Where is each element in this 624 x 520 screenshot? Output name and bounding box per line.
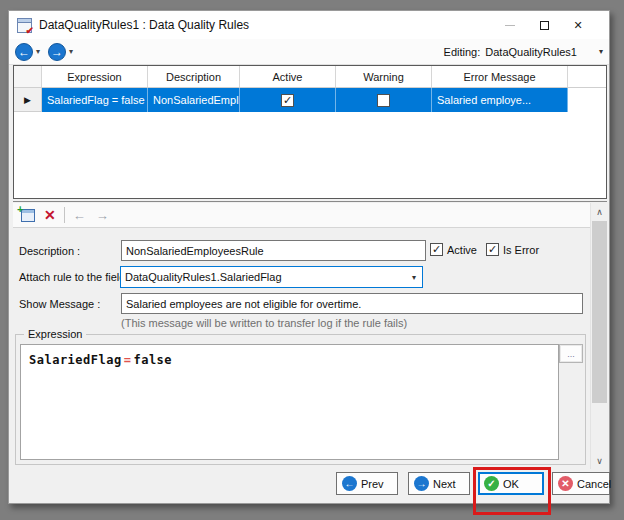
expression-operator: = — [122, 353, 134, 367]
grid-col-active[interactable]: Active — [240, 66, 336, 87]
grid-header-row: Expression Description Active Warning Er… — [14, 66, 606, 88]
expression-rhs: false — [133, 353, 172, 367]
cancel-button[interactable]: ✕ Cancel — [552, 472, 610, 495]
delete-rule-button[interactable]: ✕ — [44, 208, 56, 222]
cell-error-message[interactable]: Salaried employe... — [432, 88, 568, 112]
attach-field-combobox[interactable]: DataQualityRules1.SalariedFlag ▾ — [120, 266, 423, 288]
active-checkbox[interactable]: ✓ — [281, 94, 294, 107]
forward-button[interactable]: → — [48, 43, 66, 61]
ok-button[interactable]: ✓ OK — [478, 472, 544, 495]
close-icon: ✕ — [573, 19, 582, 32]
maximize-icon — [540, 21, 549, 30]
cell-description[interactable]: NonSalariedEmpl... — [148, 88, 240, 112]
cell-active[interactable]: ✓ — [240, 88, 336, 112]
window-controls: ✕ — [493, 11, 595, 39]
active-check-label: Active — [447, 244, 477, 256]
show-message-input[interactable] — [121, 293, 583, 314]
add-rule-button[interactable]: + — [21, 209, 35, 222]
minimize-button[interactable] — [493, 11, 527, 39]
combo-dropdown-caret[interactable]: ▾ — [406, 273, 422, 282]
forward-icon: → — [51, 46, 63, 58]
expression-editor[interactable]: SalariedFlag=false — [20, 344, 559, 460]
prev-icon: ← — [342, 476, 357, 491]
maximize-button[interactable] — [527, 11, 561, 39]
next-button[interactable]: → Next — [408, 472, 470, 495]
is-error-check-label: Is Error — [503, 244, 539, 256]
row-selector-icon[interactable]: ▶ — [14, 88, 42, 112]
editor-toolbar: + ✕ ← → — [13, 203, 590, 228]
cell-warning[interactable] — [336, 88, 432, 112]
active-checkbox-field[interactable]: ✓ Active — [430, 243, 477, 256]
minimize-icon — [505, 25, 515, 26]
forward-dropdown-caret[interactable]: ▾ — [69, 47, 73, 56]
rules-grid: Expression Description Active Warning Er… — [13, 65, 607, 199]
rule-editor-panel: + ✕ ← → Description : ✓ Active ✓ Is Erro… — [13, 201, 607, 469]
grid-col-description[interactable]: Description — [148, 66, 240, 87]
attach-field-value: DataQualityRules1.SalariedFlag — [121, 271, 406, 283]
next-icon: → — [414, 476, 429, 491]
add-rule-icon — [22, 210, 34, 213]
description-label: Description : — [19, 245, 80, 257]
toolbar-separator — [64, 207, 65, 223]
grid-col-expression[interactable]: Expression — [42, 66, 148, 87]
window-icon-check: ✔ — [26, 26, 34, 36]
ok-check-icon: ✓ — [484, 476, 499, 491]
show-message-hint: (This message will be written to transfe… — [121, 317, 407, 329]
grid-col-warning[interactable]: Warning — [336, 66, 432, 87]
cell-expression[interactable]: SalariedFlag = false — [42, 88, 148, 112]
active-check-icon[interactable]: ✓ — [430, 243, 443, 256]
warning-checkbox[interactable] — [377, 94, 390, 107]
show-message-label: Show Message : — [19, 298, 100, 310]
title-bar: ✔ DataQualityRules1 : Data Quality Rules… — [9, 11, 609, 39]
attach-field-label: Attach rule to the field: — [19, 271, 128, 283]
prev-button-label: Prev — [361, 478, 384, 490]
panel-scrollbar[interactable]: ∧ ∨ — [590, 203, 607, 469]
expression-groupbox: Expression SalariedFlag=false ... — [15, 334, 586, 465]
window-title: DataQualityRules1 : Data Quality Rules — [39, 18, 249, 32]
next-rule-button[interactable]: → — [96, 209, 109, 222]
grid-row-selected[interactable]: ▶ SalariedFlag = false NonSalariedEmpl..… — [14, 88, 606, 112]
back-button[interactable]: ← — [15, 43, 33, 61]
next-button-label: Next — [433, 478, 456, 490]
expression-group-label: Expression — [24, 328, 86, 340]
description-input[interactable] — [121, 240, 426, 261]
expression-builder-button[interactable]: ... — [559, 344, 583, 363]
grid-col-error-message[interactable]: Error Message — [432, 66, 568, 87]
back-icon: ← — [18, 46, 30, 58]
desktop-background: ✔ DataQualityRules1 : Data Quality Rules… — [0, 0, 624, 520]
close-button[interactable]: ✕ — [561, 11, 595, 39]
window-icon: ✔ — [17, 18, 32, 33]
is-error-check-icon[interactable]: ✓ — [486, 243, 499, 256]
prev-button[interactable]: ← Prev — [336, 472, 398, 495]
cancel-x-icon: ✕ — [558, 476, 573, 491]
scroll-up-icon[interactable]: ∧ — [591, 203, 608, 220]
ok-button-label: OK — [503, 478, 519, 490]
window-icon-bar — [18, 19, 31, 23]
add-plus-icon: + — [17, 203, 23, 215]
expression-lhs: SalariedFlag — [29, 353, 122, 367]
scroll-down-icon[interactable]: ∨ — [591, 452, 608, 469]
editing-dropdown-caret[interactable]: ▾ — [599, 47, 603, 56]
grid-selector-header — [14, 66, 42, 87]
editing-label: Editing: — [444, 46, 481, 58]
editing-selector[interactable]: Editing: DataQualityRules1 ▾ — [444, 46, 603, 58]
navigation-toolbar: ← ▾ → ▾ Editing: DataQualityRules1 ▾ — [9, 39, 609, 65]
cancel-button-label: Cancel — [577, 478, 611, 490]
data-quality-rules-dialog: ✔ DataQualityRules1 : Data Quality Rules… — [8, 10, 610, 504]
editing-value: DataQualityRules1 — [485, 46, 577, 58]
back-dropdown-caret[interactable]: ▾ — [36, 47, 40, 56]
previous-rule-button[interactable]: ← — [73, 209, 86, 222]
scrollbar-thumb[interactable] — [592, 221, 607, 403]
is-error-checkbox-field[interactable]: ✓ Is Error — [486, 243, 539, 256]
